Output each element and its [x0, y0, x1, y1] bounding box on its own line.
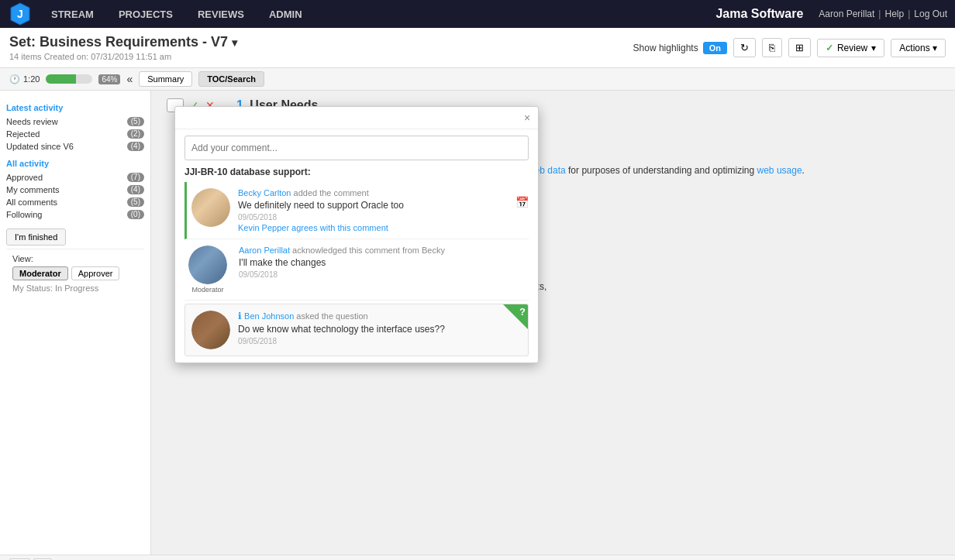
- sidebar-item-all-comments[interactable]: All comments (5): [6, 196, 144, 208]
- comment-content-3: ℹ Ben Johnson asked the question Do we k…: [238, 311, 522, 349]
- page-subtitle: 14 items Created on: 07/31/2019 11:51 am: [9, 52, 237, 61]
- moderator-label: Moderator: [191, 286, 223, 294]
- comment-author-1: Becky Carlton added the comment: [238, 188, 508, 198]
- progress-text: 64%: [98, 74, 120, 84]
- title-dropdown-icon[interactable]: ▾: [232, 36, 237, 49]
- view-section: View: Moderator Approver My Status: In P…: [6, 249, 144, 297]
- comment-text-1: We definitely need to support Oracle too: [238, 200, 508, 211]
- comment-text-3: Do we know what technology the interface…: [238, 324, 522, 335]
- tab-toc[interactable]: TOC/Search: [198, 71, 264, 87]
- nav-reviews[interactable]: REVIEWS: [185, 0, 257, 28]
- calendar-icon-1[interactable]: 📅: [515, 196, 529, 208]
- help-link[interactable]: Help: [884, 9, 904, 19]
- sidebar-item-updated[interactable]: Updated since V6 (4): [6, 140, 144, 153]
- nav-stream[interactable]: STREAM: [39, 0, 106, 28]
- latest-activity-title: Latest activity: [6, 103, 144, 112]
- highlight-toggle: Show highlights On: [633, 42, 727, 54]
- comment-avatar-2: [188, 246, 227, 284]
- view-approver-button[interactable]: Approver: [71, 266, 120, 280]
- actions-button[interactable]: Actions ▾: [891, 39, 946, 57]
- highlight-label: Show highlights: [633, 43, 698, 53]
- sidebar-item-approved[interactable]: Approved (7): [6, 171, 144, 184]
- toggle-on-badge[interactable]: On: [703, 42, 727, 54]
- avatar-2-wrapper: Moderator: [184, 246, 231, 294]
- im-finished-button[interactable]: I'm finished: [6, 228, 66, 246]
- refresh-button[interactable]: ↻: [733, 38, 756, 57]
- avatar-image-1: [191, 188, 230, 227]
- comment-item-1: Becky Carlton added the comment We defin…: [184, 182, 529, 239]
- view-buttons: Moderator Approver: [12, 266, 138, 280]
- comment-modal: × JJI-BR-10 database support:: [174, 106, 539, 363]
- avatar-image-2: [188, 246, 227, 284]
- comment-date-2: 09/05/2018: [239, 270, 529, 279]
- view-moderator-button[interactable]: Moderator: [12, 266, 68, 280]
- logout-link[interactable]: Log Out: [914, 9, 947, 19]
- question-mark-icon: ?: [519, 306, 526, 318]
- timer-value: 1:20: [23, 74, 40, 84]
- page-controls: Show highlights On ↻ ⎘ ⊞ ✓ Review ▾ Acti…: [633, 38, 946, 57]
- timer: 🕐 1:20: [9, 74, 40, 84]
- title-area: Set: Business Requirements - V7 ▾ 14 ite…: [9, 34, 237, 61]
- actions-label: Actions: [899, 43, 929, 53]
- progress-fill: [46, 74, 75, 84]
- brand-name: Jama Software: [715, 7, 803, 21]
- modal-header: ×: [175, 107, 538, 129]
- comment-thread: Becky Carlton added the comment We defin…: [184, 182, 529, 356]
- comment-reaction-1: Kevin Pepper agrees with this comment: [238, 223, 508, 232]
- modal-close-button[interactable]: ×: [519, 110, 535, 125]
- my-status: My Status: In Progress: [12, 283, 138, 293]
- comment-author-2: Aaron Perillat acknowledged this comment…: [239, 246, 529, 255]
- comment-input[interactable]: [184, 136, 529, 160]
- progress-bar: [46, 74, 92, 84]
- nav-admin[interactable]: ADMIN: [257, 0, 315, 28]
- logo: J: [8, 2, 33, 26]
- reaction-link-1[interactable]: Kevin Pepper agrees with this comment: [238, 223, 388, 232]
- sidebar-item-my-comments[interactable]: My comments (4): [6, 184, 144, 196]
- bottom-bar: |◀ ◀ Displaying 1 - 14 of 14: [0, 555, 955, 560]
- view-label: View:: [12, 254, 138, 263]
- comment-item-3: ? ℹ Ben Johnson asked the question: [184, 304, 529, 356]
- comment-author-3: ℹ Ben Johnson asked the question: [238, 311, 522, 321]
- review-button[interactable]: ✓ Review ▾: [817, 39, 884, 57]
- tab-summary[interactable]: Summary: [139, 71, 192, 87]
- author-name-3[interactable]: Ben Johnson: [244, 311, 294, 321]
- info-icon: ℹ: [238, 311, 242, 321]
- comment-content-2: Aaron Perillat acknowledged this comment…: [239, 246, 529, 294]
- review-dropdown-icon: ▾: [871, 43, 876, 53]
- sidebar-item-needs-review[interactable]: Needs review (5): [6, 115, 144, 128]
- collapse-icon[interactable]: «: [126, 73, 133, 85]
- comment-item-2: Moderator Aaron Perillat acknowledged th…: [184, 239, 529, 301]
- nav-projects[interactable]: PROJECTS: [106, 0, 185, 28]
- user-info: Aaron Perillat | Help | Log Out: [819, 9, 947, 19]
- toolbar: 🕐 1:20 64% « Summary TOC/Search: [0, 68, 955, 91]
- copy-button[interactable]: ⎘: [762, 38, 782, 57]
- comment-avatar-1: [191, 188, 230, 227]
- expand-button[interactable]: ⊞: [788, 38, 811, 57]
- page-header: Set: Business Requirements - V7 ▾ 14 ite…: [0, 28, 955, 68]
- page-title: Set: Business Requirements - V7 ▾: [9, 34, 237, 50]
- sidebar: Latest activity Needs review (5) Rejecte…: [0, 91, 151, 555]
- main-nav: STREAM PROJECTS REVIEWS ADMIN: [39, 0, 715, 28]
- question-comment-inner: ℹ Ben Johnson asked the question Do we k…: [185, 304, 528, 356]
- comment-avatar-3: [191, 311, 230, 349]
- user-name[interactable]: Aaron Perillat: [819, 9, 874, 19]
- all-activity-title: All activity: [6, 159, 144, 168]
- link-web-usage[interactable]: web usage: [757, 165, 802, 176]
- author-name-1[interactable]: Becky Carlton: [238, 188, 291, 198]
- avatar-1: [191, 188, 230, 232]
- main-layout: Latest activity Needs review (5) Rejecte…: [0, 91, 955, 555]
- comment-date-1: 09/05/2018: [238, 213, 508, 222]
- modal-section-title: JJI-BR-10 database support:: [184, 167, 529, 177]
- modal-body: JJI-BR-10 database support: Becky Carlto…: [175, 129, 538, 362]
- content-area: ✓ ✕ ⌄ 1 User Needs ✓ ✕ ⌄ 1.1 User Needs: [151, 91, 955, 555]
- sidebar-item-following[interactable]: Following (0): [6, 208, 144, 221]
- comment-text-2: I'll make the changes: [239, 257, 529, 268]
- svg-text:J: J: [17, 8, 23, 20]
- sidebar-item-rejected[interactable]: Rejected (2): [6, 128, 144, 140]
- review-label: Review: [837, 43, 867, 53]
- clock-icon: 🕐: [9, 74, 20, 84]
- actions-dropdown-icon: ▾: [933, 43, 937, 53]
- author-name-2[interactable]: Aaron Perillat: [239, 246, 290, 255]
- top-navigation: J STREAM PROJECTS REVIEWS ADMIN Jama Sof…: [0, 0, 955, 28]
- comment-date-3: 09/05/2018: [238, 337, 522, 345]
